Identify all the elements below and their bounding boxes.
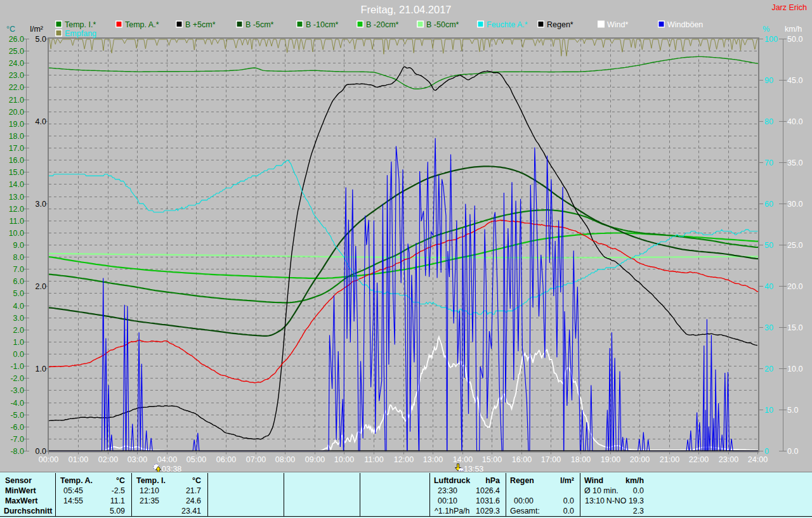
svg-text:Temp. I.: Temp. I. xyxy=(136,476,166,485)
svg-text:01:00: 01:00 xyxy=(69,455,88,464)
svg-text:Regen: Regen xyxy=(510,476,534,485)
svg-text:Temp. A.: Temp. A. xyxy=(60,476,93,485)
svg-text:l/m²: l/m² xyxy=(30,25,43,34)
svg-text:12.0: 12.0 xyxy=(9,205,24,214)
svg-text:B -10cm*: B -10cm* xyxy=(306,20,339,29)
svg-text:3.0: 3.0 xyxy=(13,314,24,323)
svg-text:10:00: 10:00 xyxy=(334,455,354,464)
svg-text:20: 20 xyxy=(764,365,773,373)
svg-text:Windböen: Windböen xyxy=(667,20,703,29)
svg-text:1029.3: 1029.3 xyxy=(476,507,500,515)
svg-text:03:00: 03:00 xyxy=(128,455,147,464)
svg-text:-3.0: -3.0 xyxy=(10,386,24,395)
svg-text:9.0: 9.0 xyxy=(13,241,24,250)
svg-text:24:00: 24:00 xyxy=(748,455,768,464)
svg-text:04:00: 04:00 xyxy=(157,455,177,464)
svg-text:1026.4: 1026.4 xyxy=(476,486,500,495)
svg-text:6.0: 6.0 xyxy=(13,277,24,286)
svg-text:23.0: 23.0 xyxy=(9,71,24,80)
svg-text:1.0: 1.0 xyxy=(13,338,24,347)
svg-text:-1.0: -1.0 xyxy=(10,362,24,371)
svg-text:B -50cm*: B -50cm* xyxy=(426,20,459,29)
svg-text:-7.0: -7.0 xyxy=(10,435,24,444)
svg-text:8.0: 8.0 xyxy=(13,253,24,262)
svg-text:13.0: 13.0 xyxy=(9,193,24,202)
svg-text:B -5cm*: B -5cm* xyxy=(246,20,274,29)
svg-text:1.0: 1.0 xyxy=(36,365,46,373)
svg-text:20.0: 20.0 xyxy=(787,282,802,291)
svg-text:20:00: 20:00 xyxy=(630,455,650,464)
svg-text:14:00: 14:00 xyxy=(453,455,473,464)
svg-text:13:00: 13:00 xyxy=(423,455,443,464)
svg-text:Temp. I.*: Temp. I.* xyxy=(65,20,96,29)
svg-text:Empfang: Empfang xyxy=(65,29,96,38)
svg-text:02:00: 02:00 xyxy=(98,455,118,464)
svg-text:MinWert: MinWert xyxy=(5,486,36,495)
svg-text:10: 10 xyxy=(764,406,773,415)
svg-text:100: 100 xyxy=(764,35,778,44)
svg-text:-2.0: -2.0 xyxy=(10,374,24,383)
svg-text:2.3: 2.3 xyxy=(633,507,644,515)
svg-text:7.0: 7.0 xyxy=(13,265,24,274)
svg-text:5.09: 5.09 xyxy=(110,507,125,515)
svg-text:B -20cm*: B -20cm* xyxy=(366,20,399,29)
svg-text:19.0: 19.0 xyxy=(9,120,24,129)
svg-text:06:00: 06:00 xyxy=(216,455,236,464)
svg-text:3.0: 3.0 xyxy=(36,200,46,209)
svg-text:00:00: 00:00 xyxy=(514,496,534,505)
svg-text:11.1: 11.1 xyxy=(110,496,125,505)
svg-text:07:00: 07:00 xyxy=(246,455,266,464)
svg-text:24.6: 24.6 xyxy=(186,496,201,505)
svg-text:5.0: 5.0 xyxy=(36,35,46,44)
svg-text:-8.0: -8.0 xyxy=(10,447,24,456)
svg-text:Wind*: Wind* xyxy=(607,20,628,29)
svg-text:09:00: 09:00 xyxy=(305,455,325,464)
svg-text:50.0: 50.0 xyxy=(787,35,802,44)
svg-text:-6.0: -6.0 xyxy=(10,423,24,432)
svg-text:19:00: 19:00 xyxy=(601,455,620,464)
svg-text:km/h: km/h xyxy=(785,25,802,34)
svg-text:23:00: 23:00 xyxy=(719,455,738,464)
svg-text:Sensor: Sensor xyxy=(5,476,32,485)
svg-text:°C: °C xyxy=(116,476,125,485)
svg-text:15:00: 15:00 xyxy=(482,455,502,464)
svg-text:0.0: 0.0 xyxy=(633,486,644,495)
svg-text:45.0: 45.0 xyxy=(787,76,802,85)
svg-text:17.0: 17.0 xyxy=(9,144,24,153)
svg-text:2.0: 2.0 xyxy=(13,326,24,335)
svg-text:0.0: 0.0 xyxy=(563,507,574,515)
svg-text:0.0: 0.0 xyxy=(36,447,46,456)
svg-text:Regen*: Regen* xyxy=(547,20,573,29)
svg-text:17:00: 17:00 xyxy=(541,455,561,464)
svg-text:12:00: 12:00 xyxy=(394,455,414,464)
svg-text:13:10: 13:10 xyxy=(585,496,605,505)
svg-text:10.0: 10.0 xyxy=(9,229,24,238)
svg-text:km/h: km/h xyxy=(625,476,644,485)
svg-text:°C: °C xyxy=(6,25,15,34)
svg-text:Jarz Erich: Jarz Erich xyxy=(771,3,807,12)
svg-text:18:00: 18:00 xyxy=(571,455,591,464)
svg-text:40: 40 xyxy=(764,282,773,291)
svg-text:hPa: hPa xyxy=(485,476,500,485)
svg-text:90: 90 xyxy=(764,76,773,85)
svg-text:1031.6: 1031.6 xyxy=(476,496,500,505)
svg-text:Ø 10 min.: Ø 10 min. xyxy=(584,486,619,495)
svg-text:Feuchte A.*: Feuchte A.* xyxy=(487,20,528,29)
svg-text:08:00: 08:00 xyxy=(275,455,295,464)
svg-text:Gesamt:: Gesamt: xyxy=(510,507,540,515)
svg-text:15.0: 15.0 xyxy=(9,168,24,177)
svg-text:20.0: 20.0 xyxy=(9,108,24,117)
svg-text:00:10: 00:10 xyxy=(438,496,457,505)
svg-text:21:35: 21:35 xyxy=(140,496,159,505)
svg-text:24.0: 24.0 xyxy=(9,59,24,68)
svg-text:26.0: 26.0 xyxy=(9,35,24,44)
svg-text:25.0: 25.0 xyxy=(787,241,802,250)
svg-text:12:10: 12:10 xyxy=(140,486,159,495)
svg-text:11.0: 11.0 xyxy=(10,217,24,226)
svg-text:%: % xyxy=(763,25,769,34)
svg-text:22:00: 22:00 xyxy=(689,455,709,464)
svg-text:23.41: 23.41 xyxy=(181,507,201,515)
svg-text:16:00: 16:00 xyxy=(512,455,532,464)
svg-text:22.0: 22.0 xyxy=(9,83,24,92)
svg-text:05:45: 05:45 xyxy=(63,486,83,495)
